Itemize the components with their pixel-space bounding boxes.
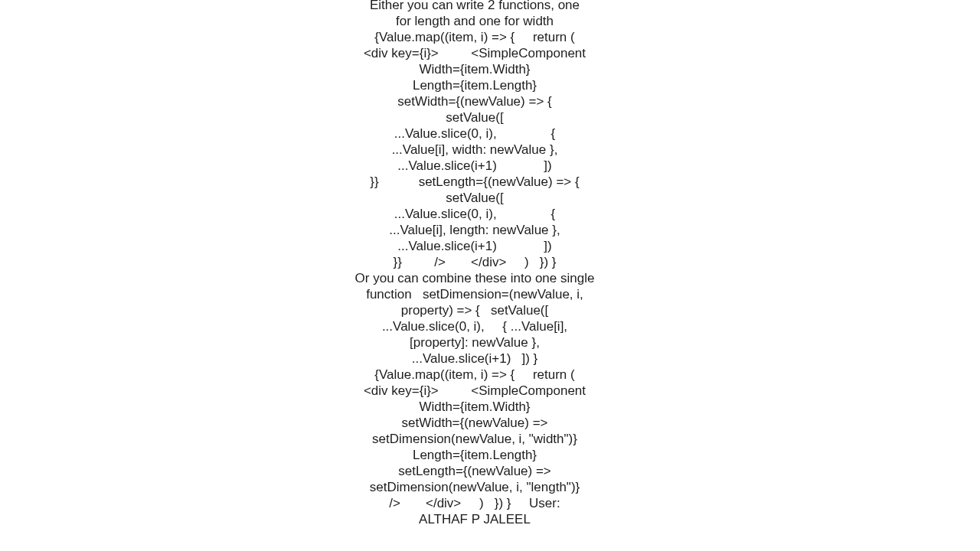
text-line: setDimension(newValue, i, "width")} — [345, 431, 605, 447]
text-line: <div key={i}> <SimpleComponent — [345, 383, 605, 399]
text-line: ...Value.slice(i+1) ]) — [345, 238, 605, 254]
text-line: ...Value[i], length: newValue }, — [345, 222, 605, 238]
text-line: setLength={(newValue) => — [345, 463, 605, 479]
text-line: setValue([ — [345, 190, 605, 206]
text-line: ...Value.slice(i+1) ]) } — [345, 350, 605, 367]
text-line: setDimension(newValue, i, "length")} — [345, 479, 605, 495]
text-line: Width={item.Width} — [345, 399, 605, 415]
text-line: property) => { setValue([ — [345, 302, 605, 318]
text-line: Width={item.Width} — [345, 61, 605, 77]
text-line: setValue([ — [345, 109, 605, 126]
text-line: {Value.map((item, i) => { return ( — [345, 29, 605, 45]
text-line: ...Value[i], width: newValue }, — [345, 142, 605, 158]
text-line: <div key={i}> <SimpleComponent — [345, 45, 605, 61]
text-line: Or you can combine these into one single — [345, 270, 605, 286]
text-line: Length={item.Length} — [345, 77, 605, 93]
text-line: }} setLength={(newValue) => { — [345, 174, 605, 190]
text-line: {Value.map((item, i) => { return ( — [345, 367, 605, 383]
text-line: ...Value.slice(0, i), { — [345, 126, 605, 142]
document-text-block: Either you can write 2 functions, one fo… — [345, 0, 605, 525]
text-line-cut: ALTHAF P JALEEL — [345, 511, 605, 525]
text-line: [property]: newValue }, — [345, 334, 605, 350]
text-line: setWidth={(newValue) => { — [345, 93, 605, 109]
text-line: function setDimension=(newValue, i, — [345, 286, 605, 302]
text-line: ...Value.slice(0, i), { — [345, 206, 605, 222]
text-line: ...Value.slice(i+1) ]) — [345, 158, 605, 174]
text-line: Length={item.Length} — [345, 447, 605, 463]
text-line: Either you can write 2 functions, one — [345, 0, 605, 13]
text-line: ...Value.slice(0, i), { ...Value[i], — [345, 318, 605, 334]
text-line: }} /> </div> ) }) } — [345, 254, 605, 270]
text-line: for length and one for width — [345, 13, 605, 29]
text-line: /> </div> ) }) } User: — [345, 495, 605, 511]
text-line: setWidth={(newValue) => — [345, 415, 605, 431]
